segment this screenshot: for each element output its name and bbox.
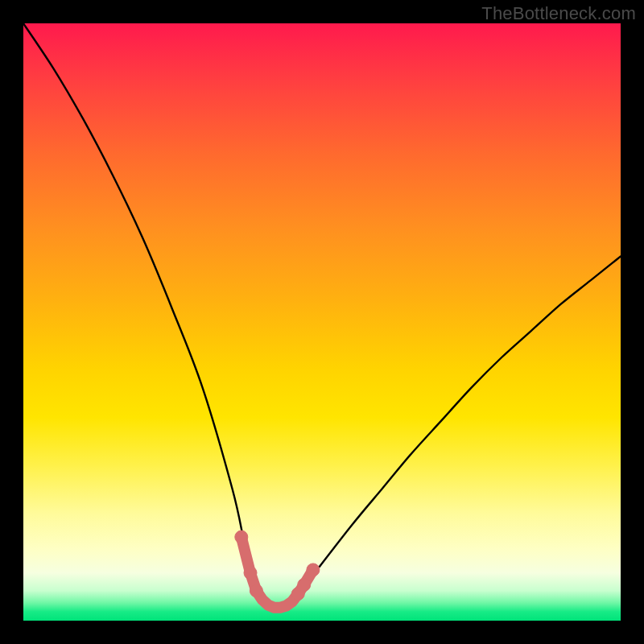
optimal-range-dot (235, 530, 248, 543)
bottleneck-curve (23, 23, 621, 609)
optimal-range-dot (307, 564, 320, 576)
optimal-range-dot (250, 584, 262, 597)
optimal-range-dot (244, 567, 257, 580)
optimal-range-dot (298, 579, 311, 592)
chart-overlay (23, 23, 621, 621)
optimal-range-markers (235, 530, 320, 608)
watermark-text: TheBottleneck.com (481, 3, 636, 24)
chart-frame: TheBottleneck.com (0, 0, 644, 644)
